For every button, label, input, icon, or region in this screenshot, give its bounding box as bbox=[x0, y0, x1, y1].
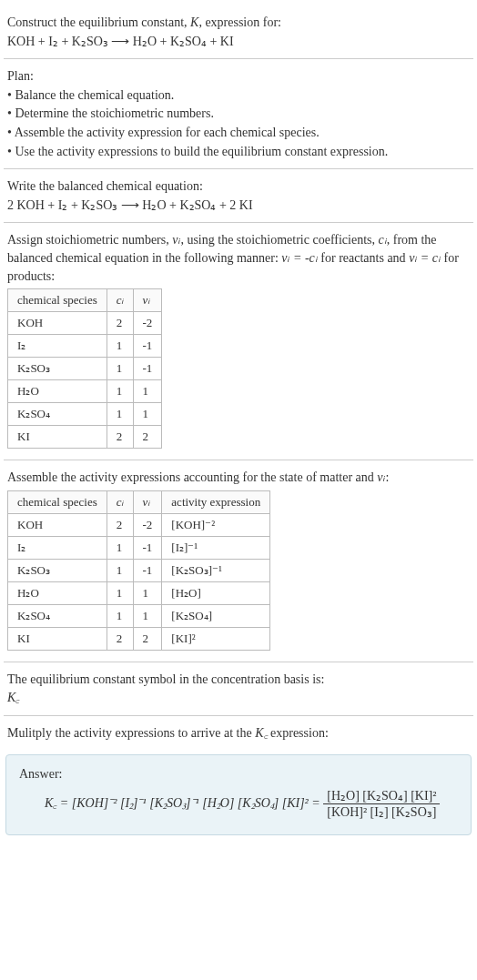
kc-symbol: K꜀ bbox=[7, 689, 470, 707]
table-row: KI22 bbox=[8, 426, 162, 449]
table-row: K₂SO₄11[K₂SO₄] bbox=[8, 604, 270, 627]
plan-bullet-4: • Use the activity expressions to build … bbox=[7, 143, 470, 161]
plan-bullet-1: • Balance the chemical equation. bbox=[7, 86, 470, 105]
table-row: I₂1-1 bbox=[8, 335, 162, 358]
stoich-intro-d: for reactants and bbox=[318, 251, 409, 265]
table-row: K₂SO₃1-1 bbox=[8, 358, 162, 380]
multiply-section: Mulitply the activity expressions to arr… bbox=[4, 718, 473, 749]
cell-ci: 1 bbox=[107, 358, 133, 380]
cell-ci: 1 bbox=[107, 403, 133, 426]
cell-species: I₂ bbox=[8, 335, 107, 358]
th-ci: cᵢ bbox=[107, 289, 133, 312]
answer-denominator: [KOH]² [I₂] [K₂SO₃] bbox=[323, 804, 440, 820]
table-row: I₂1-1[I₂]⁻¹ bbox=[8, 536, 270, 559]
divider bbox=[4, 222, 473, 223]
intro-line1: Construct the equilibrium constant, K, e… bbox=[7, 14, 470, 32]
divider bbox=[4, 168, 473, 169]
rel1: νᵢ = -cᵢ bbox=[281, 251, 318, 265]
symbol-line: The equilibrium constant symbol in the c… bbox=[7, 671, 470, 689]
table-row: H₂O11[H₂O] bbox=[8, 581, 270, 604]
stoich-intro: Assign stoichiometric numbers, νᵢ, using… bbox=[7, 231, 470, 285]
balanced-equation: 2 KOH + I₂ + K₂SO₃ ⟶ H₂O + K₂SO₄ + 2 KI bbox=[7, 197, 470, 215]
divider bbox=[4, 662, 473, 662]
cell-nu: 1 bbox=[133, 604, 162, 627]
table-row: KOH2-2[KOH]⁻² bbox=[8, 513, 270, 536]
answer-equation: K꜀ = [KOH]⁻² [I₂]⁻¹ [K₂SO₃]⁻¹ [H₂O] [K₂S… bbox=[19, 788, 458, 820]
stoich-intro-b: , using the stoichiometric coefficients, bbox=[180, 233, 378, 247]
answer-lhs: K꜀ = [KOH]⁻² [I₂]⁻¹ [K₂SO₃]⁻¹ [H₂O] [K₂S… bbox=[45, 796, 323, 810]
cell-activity: [K₂SO₃]⁻¹ bbox=[162, 559, 270, 581]
cell-species: K₂SO₄ bbox=[8, 403, 107, 426]
answer-label: Answer: bbox=[19, 765, 458, 783]
activity-intro-a: Assemble the activity expressions accoun… bbox=[7, 470, 377, 484]
cell-species: K₂SO₄ bbox=[8, 604, 107, 627]
activity-intro: Assemble the activity expressions accoun… bbox=[7, 469, 470, 487]
balanced-heading: Write the balanced chemical equation: bbox=[7, 177, 470, 196]
cell-activity: [K₂SO₄] bbox=[162, 604, 270, 627]
cell-nu: -1 bbox=[133, 536, 162, 559]
multiply-line: Mulitply the activity expressions to arr… bbox=[7, 724, 470, 743]
k-symbol: K bbox=[190, 15, 198, 29]
intro-text-a: Construct the equilibrium constant, bbox=[7, 15, 190, 29]
ci-symbol: cᵢ bbox=[379, 233, 387, 247]
cell-nu: -1 bbox=[133, 335, 162, 358]
activity-table: chemical species cᵢ νᵢ activity expressi… bbox=[7, 490, 270, 651]
cell-species: KI bbox=[8, 627, 107, 650]
intro-text-b: , expression for: bbox=[198, 15, 281, 29]
cell-ci: 1 bbox=[107, 559, 133, 581]
cell-species: KOH bbox=[8, 513, 107, 536]
cell-ci: 1 bbox=[107, 380, 133, 403]
th-ci: cᵢ bbox=[107, 490, 133, 513]
multiply-b: expression: bbox=[268, 726, 329, 740]
cell-nu: 2 bbox=[133, 426, 162, 449]
cell-ci: 1 bbox=[107, 604, 133, 627]
cell-nu: 1 bbox=[133, 380, 162, 403]
activity-section: Assemble the activity expressions accoun… bbox=[4, 462, 473, 660]
answer-numerator: [H₂O] [K₂SO₄] [KI]² bbox=[323, 788, 440, 804]
cell-ci: 2 bbox=[107, 513, 133, 536]
th-activity: activity expression bbox=[162, 490, 270, 513]
th-nu: νᵢ bbox=[133, 490, 162, 513]
plan-section: Plan: • Balance the chemical equation. •… bbox=[4, 61, 473, 167]
nu-symbol: νᵢ bbox=[377, 470, 385, 484]
answer-box: Answer: K꜀ = [KOH]⁻² [I₂]⁻¹ [K₂SO₃]⁻¹ [H… bbox=[5, 754, 472, 836]
plan-bullet-2: • Determine the stoichiometric numbers. bbox=[7, 105, 470, 123]
stoich-intro-a: Assign stoichiometric numbers, bbox=[7, 233, 172, 247]
answer-fraction: [H₂O] [K₂SO₄] [KI]² [KOH]² [I₂] [K₂SO₃] bbox=[323, 788, 440, 820]
intro-equation: KOH + I₂ + K₂SO₃ ⟶ H₂O + K₂SO₄ + KI bbox=[7, 33, 470, 51]
cell-ci: 2 bbox=[107, 426, 133, 449]
th-species: chemical species bbox=[8, 490, 107, 513]
table-row: K₂SO₄11 bbox=[8, 403, 162, 426]
cell-species: KI bbox=[8, 426, 107, 449]
cell-species: KOH bbox=[8, 312, 107, 335]
cell-species: K₂SO₃ bbox=[8, 559, 107, 581]
cell-activity: [H₂O] bbox=[162, 581, 270, 604]
divider bbox=[4, 715, 473, 716]
cell-species: H₂O bbox=[8, 380, 107, 403]
th-species: chemical species bbox=[8, 289, 107, 312]
cell-ci: 2 bbox=[107, 312, 133, 335]
cell-activity: [KI]² bbox=[162, 627, 270, 650]
stoich-section: Assign stoichiometric numbers, νᵢ, using… bbox=[4, 225, 473, 458]
table-row: KOH2-2 bbox=[8, 312, 162, 335]
cell-species: I₂ bbox=[8, 536, 107, 559]
table-row: H₂O11 bbox=[8, 380, 162, 403]
intro-section: Construct the equilibrium constant, K, e… bbox=[4, 7, 473, 56]
cell-activity: [I₂]⁻¹ bbox=[162, 536, 270, 559]
cell-nu: -1 bbox=[133, 559, 162, 581]
cell-nu: -2 bbox=[133, 513, 162, 536]
symbol-section: The equilibrium constant symbol in the c… bbox=[4, 664, 473, 713]
table-header-row: chemical species cᵢ νᵢ activity expressi… bbox=[8, 490, 270, 513]
cell-nu: 1 bbox=[133, 581, 162, 604]
divider bbox=[4, 460, 473, 460]
cell-nu: -2 bbox=[133, 312, 162, 335]
cell-activity: [KOH]⁻² bbox=[162, 513, 270, 536]
cell-species: K₂SO₃ bbox=[8, 358, 107, 380]
activity-intro-b: : bbox=[386, 470, 390, 484]
plan-bullet-3: • Assemble the activity expression for e… bbox=[7, 124, 470, 142]
plan-heading: Plan: bbox=[7, 67, 470, 86]
multiply-a: Mulitply the activity expressions to arr… bbox=[7, 726, 255, 740]
kc-symbol: K꜀ bbox=[255, 726, 267, 740]
balanced-section: Write the balanced chemical equation: 2 … bbox=[4, 171, 473, 220]
table-row: K₂SO₃1-1[K₂SO₃]⁻¹ bbox=[8, 559, 270, 581]
